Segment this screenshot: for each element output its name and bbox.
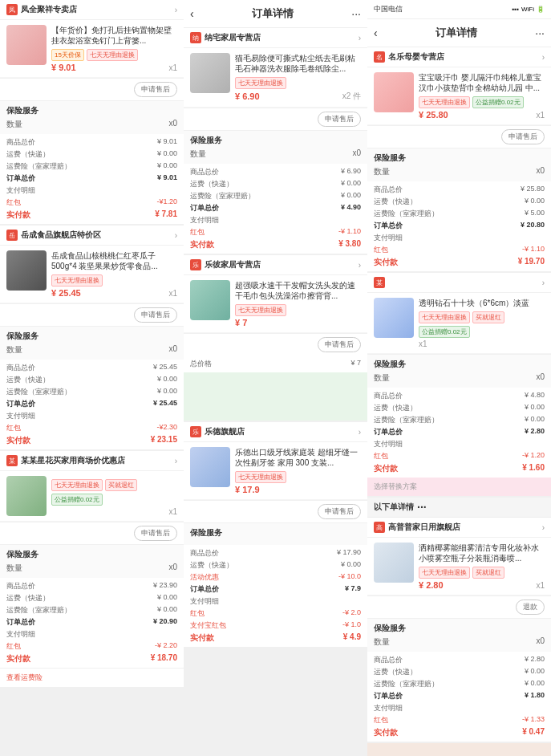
product-row-2-2: 超强吸水速干干发帽女洗头发的速干毛巾包头洗澡浴巾擦背背... 七天无理由退换 ¥… bbox=[184, 275, 367, 333]
product-info-2-1: 猫毛易除便可撕式粘尘纸去毛刷粘毛石神器洗衣服除毛卷纸除尘... 七天无理由退换 … bbox=[235, 53, 361, 102]
refund-button-row-2: 申请售后 bbox=[0, 303, 184, 326]
store-icon-3-3: 高 bbox=[374, 522, 385, 533]
more-button[interactable]: ··· bbox=[351, 7, 361, 20]
store-header[interactable]: 凤 凤全聚祥专卖店 › bbox=[0, 0, 184, 20]
store-arrow-2-icon: › bbox=[175, 231, 177, 240]
product-row-3-1: 宝宝吸汗巾 婴儿隔汗巾纯棉儿童宝汉巾小孩垫背巾全棉幼幼儿园 中... 七天无理由… bbox=[367, 67, 551, 125]
product-image-2-3 bbox=[190, 447, 230, 487]
store-name: 凤全聚祥专卖店 bbox=[21, 4, 172, 15]
apply-refund-button[interactable]: 申请售后 bbox=[134, 82, 177, 97]
product-info: 【年货价】免打孔后挂钩置物架壁挂衣架浴室免钉门上背篓... 15天价保 七天无理… bbox=[51, 25, 177, 72]
store-arrow-3-3-icon: › bbox=[542, 523, 545, 532]
tag-charity-3-2: 公益捐赠0.02元 bbox=[419, 326, 470, 338]
refund-button-row-3-1: 申请售后 bbox=[367, 125, 551, 148]
product-qty-2-1: x2 件 bbox=[342, 91, 361, 102]
product-image bbox=[6, 25, 47, 65]
apply-refund-button-2-1[interactable]: 申请售后 bbox=[318, 112, 361, 127]
price-row-red-packet: 红包-¥1.20 bbox=[6, 197, 177, 208]
product-title-3-2: 透明钻石十十块（6*6cm）淡蓝 bbox=[419, 298, 545, 308]
store-icon: 凤 bbox=[6, 4, 18, 15]
product-row-2-3: 乐德出口级牙线家庭装 超细牙缝一次性剔牙签 家用 300 支装... 七天无理由… bbox=[184, 442, 367, 500]
insurance-title-3-2: 保险服务 bbox=[374, 359, 545, 370]
tag-charity-3-1: 公益捐赠0.02元 bbox=[472, 96, 524, 108]
status-bar: 中国电信 ▪▪▪ WiFi 🔋 bbox=[367, 0, 551, 19]
page-title-3: 订单详情 bbox=[383, 26, 531, 40]
apply-refund-button-2[interactable]: 申请售后 bbox=[134, 307, 177, 323]
back-button[interactable]: ‹ bbox=[190, 7, 194, 20]
tag-7day-2: 七天无理由退换 bbox=[51, 274, 103, 287]
product-image-3 bbox=[6, 476, 47, 516]
product-title-2-1: 猫毛易除便可撕式粘尘纸去毛刷粘毛石神器洗衣服除毛卷纸除尘... bbox=[235, 53, 361, 74]
tag-7day-3-2: 七天无理由退换 bbox=[419, 311, 470, 323]
store-arrow-2-3-icon: › bbox=[359, 428, 361, 437]
product-price-3-3: ¥ 2.80 bbox=[419, 580, 444, 590]
store-name-3-1: 名乐母婴专营店 bbox=[388, 51, 539, 63]
insurance-title-2-3: 保险服务 bbox=[190, 527, 361, 539]
tag-charity: 公益捐赠0.02元 bbox=[51, 494, 103, 506]
store-icon-3-1: 名 bbox=[374, 51, 385, 63]
product-row-3: 七天无理由退换 买就退红 公益捐赠0.02元 x1 bbox=[0, 471, 184, 522]
store-header-2-2[interactable]: 乐 乐彼家居专营店 › bbox=[184, 255, 367, 275]
store-header-2-3[interactable]: 乐 乐德旗舰店 › bbox=[184, 422, 367, 442]
apply-refund-button-2-3[interactable]: 申请售后 bbox=[318, 504, 361, 519]
store-header-3-1[interactable]: 名 名乐母婴专营店 › bbox=[367, 47, 551, 67]
tag-price-protect: 15天价保 bbox=[51, 49, 84, 61]
refund-button-row-2-3: 申请售后 bbox=[184, 500, 367, 522]
refund-button-row-2-1: 申请售后 bbox=[184, 108, 367, 130]
price-detail-2-2: 总价格¥ 7 bbox=[184, 356, 367, 372]
price-qty-row-2: ¥ 25.45 x1 bbox=[51, 288, 177, 298]
price-qty-row-2-2: ¥ 7 bbox=[235, 318, 361, 327]
view-shipping-btn[interactable]: 查看运费险 bbox=[0, 668, 184, 687]
price-detail-3-3: 商品总价¥ 2.80 运费（快递）¥ 0.00 运费险（室家理赔）¥ 0.00 … bbox=[367, 652, 551, 742]
mat-section: MAt bbox=[367, 743, 551, 756]
tag-row: 15天价保 七天无理由退换 bbox=[51, 49, 177, 61]
product-row-3-2: 透明钻石十十块（6*6cm）淡蓝 七天无理由退换 买就退红 公益捐赠0.02元 … bbox=[367, 293, 551, 354]
apply-refund-button-2-2[interactable]: 申请售后 bbox=[318, 337, 361, 352]
price-row-actual: 实付款¥ 7.81 bbox=[6, 209, 177, 221]
apply-refund-button-3[interactable]: 申请售后 bbox=[134, 526, 177, 541]
price-qty-row-3-2: x1 bbox=[419, 339, 545, 348]
product-image-3-3 bbox=[374, 543, 414, 583]
price-detail-section: 商品总价¥ 9.01 运费（快递）¥ 0.00 运费险（室家理赔）¥ 0.00 … bbox=[0, 134, 184, 224]
insurance-section-3-3: 保险服务 数量x0 bbox=[367, 618, 551, 652]
page-title-bar: ‹ 订单详情 ··· bbox=[184, 0, 367, 28]
more-button-3[interactable]: ··· bbox=[535, 26, 545, 39]
price-row-shipping: 运费（快递）¥ 0.00 bbox=[6, 149, 177, 160]
store-arrow-2-2-icon: › bbox=[359, 261, 361, 270]
order-card-3-1: 名 名乐母婴专营店 › 宝宝吸汗巾 婴儿隔汗巾纯棉儿童宝汉巾小孩垫背巾全棉幼幼儿… bbox=[367, 47, 551, 271]
carrier-text: 中国电信 bbox=[374, 4, 403, 14]
store-header-2[interactable]: 岳 岳成食品旗舰店特价区 › bbox=[0, 226, 184, 246]
page-title-bar-3: ‹ 订单详情 ··· bbox=[367, 19, 551, 47]
tag-cashback-3-2: 买就退红 bbox=[472, 311, 504, 323]
store-arrow-3-2-icon: › bbox=[542, 278, 545, 287]
insurance-title: 保险服务 bbox=[6, 105, 177, 116]
tag-7day-2-1: 七天无理由退换 bbox=[235, 77, 286, 89]
store-header-3[interactable]: 某 某某星花买家用商场价优惠店 › bbox=[0, 451, 184, 471]
store-name-3: 某某星花买家用商场价优惠店 bbox=[21, 455, 172, 466]
product-info-2-2: 超强吸水速干干发帽女洗头发的速干毛巾包头洗澡浴巾擦背背... 七天无理由退换 ¥… bbox=[235, 280, 361, 327]
back-button-3[interactable]: ‹ bbox=[374, 26, 378, 39]
column-2: ‹ 订单详情 ··· 纳 纳宅家居专营店 › 猫毛易除便可撕式粘尘纸去毛刷粘毛石… bbox=[184, 0, 367, 756]
tag-7day-3: 七天无理由退换 bbox=[51, 479, 103, 491]
price-row-insurance: 运费险（室家理赔）¥ 0.00 bbox=[6, 161, 177, 172]
product-row-2: 岳成食品山核桃桃仁红枣瓜子 500g*4 装坚果果炒货零食品... 七天无理由退… bbox=[0, 246, 184, 303]
product-info-3-2: 透明钻石十十块（6*6cm）淡蓝 七天无理由退换 买就退红 公益捐赠0.02元 … bbox=[419, 298, 545, 348]
product-qty-3-3: x1 bbox=[536, 581, 545, 590]
order-card-2-1: 纳 纳宅家居专营店 › 猫毛易除便可撕式粘尘纸去毛刷粘毛石神器洗衣服除毛卷纸除尘… bbox=[184, 28, 367, 254]
store-header-3-3[interactable]: 高 高普普家日用旗舰店 › bbox=[367, 518, 551, 538]
apply-refund-button-3-1[interactable]: 申请售后 bbox=[501, 129, 545, 144]
price-detail-3-2: 商品总价¥ 4.80 运费（快递）¥ 0.00 运费险（室家理赔）¥ 0.00 … bbox=[367, 388, 551, 478]
store-icon-2-1: 纳 bbox=[190, 32, 201, 43]
tag-7day-2-3: 七天无理由退换 bbox=[235, 471, 286, 483]
store-header-2-1[interactable]: 纳 纳宅家居专营店 › bbox=[184, 28, 367, 48]
column-1: 凤 凤全聚祥专卖店 › 【年货价】免打孔后挂钩置物架壁挂衣架浴室免钉门上背篓..… bbox=[0, 0, 184, 756]
price-row-total: 订单总价¥ 9.01 bbox=[6, 173, 177, 184]
store-header-3-2[interactable]: 某 › bbox=[367, 273, 551, 293]
tag-row-3: 七天无理由退换 买就退红 公益捐赠0.02元 bbox=[51, 479, 177, 506]
more-3-3-icon[interactable]: ··· bbox=[417, 501, 427, 514]
store-name-3-3: 高普普家日用旗舰店 bbox=[388, 522, 539, 533]
product-title-3-1: 宝宝吸汗巾 婴儿隔汗巾纯棉儿童宝汉巾小孩垫背巾全棉幼幼儿园 中... bbox=[419, 72, 545, 93]
refund-button-3-3[interactable]: 退款 bbox=[516, 600, 545, 615]
refund-button-row-2-2: 申请售后 bbox=[184, 333, 367, 356]
store-icon-2: 岳 bbox=[6, 230, 18, 241]
